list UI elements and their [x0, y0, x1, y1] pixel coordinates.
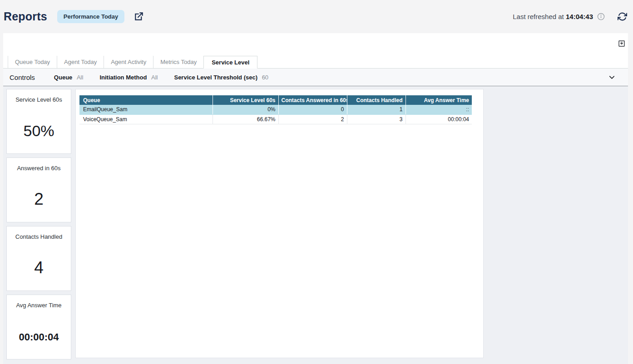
column-header-service-level-60s[interactable]: Service Level 60s	[213, 95, 278, 105]
tab-queue-today[interactable]: Queue Today	[8, 56, 57, 68]
cell-contacts-answered-60s: 2	[278, 114, 347, 124]
dashboard-content: Service Level 60s 50% Answered in 60s 2 …	[3, 86, 628, 364]
cell-avg-answer-time: 00:00:04	[406, 114, 472, 124]
last-refreshed-text: Last refreshed at 14:04:43	[513, 13, 593, 20]
kpi-answered-in-60s: Answered in 60s 2	[6, 157, 71, 222]
cell-contacts-handled: 3	[347, 114, 406, 124]
column-header-queue[interactable]: Queue	[79, 95, 213, 105]
filter-initiation-method[interactable]: Initiation Method All	[99, 74, 158, 81]
column-header-contacts-handled[interactable]: Contacts Handled	[347, 95, 406, 105]
performance-today-badge[interactable]: Performance Today	[57, 10, 124, 23]
kpi-avg-answer-time: Avg Answer Time 00:00:04	[6, 295, 71, 359]
table-row[interactable]: EmailQueue_Sam 0% 0 1 ::	[79, 105, 472, 114]
controls-title: Controls	[10, 74, 35, 81]
table-row[interactable]: VoiceQueue_Sam 66.67% 2 3 00:00:04	[79, 114, 472, 124]
header-right-group: Last refreshed at 14:04:43	[513, 12, 627, 21]
info-circle-icon	[597, 13, 605, 20]
cell-service-level-60s: 0%	[213, 105, 278, 114]
controls-bar: Controls Queue All Initiation Method All…	[3, 69, 628, 86]
filter-initiation-method-value: All	[151, 74, 158, 81]
app-header: Reports Performance Today Last refreshed…	[0, 0, 633, 33]
info-button[interactable]	[597, 13, 605, 20]
kpi-service-level: Service Level 60s 50%	[6, 89, 71, 154]
cell-contacts-answered-60s: 0	[278, 105, 347, 114]
tab-service-level[interactable]: Service Level	[203, 56, 257, 69]
kpi-label: Answered in 60s	[17, 165, 60, 172]
tab-agent-activity[interactable]: Agent Activity	[104, 56, 153, 68]
dashboard-panel: Queue Today Agent Today Agent Activity M…	[3, 33, 628, 364]
service-level-table-card: Queue Service Level 60s Contacts Answere…	[75, 89, 484, 358]
column-header-contacts-answered-60s[interactable]: Contacts Answered in 60s	[278, 95, 347, 105]
download-button[interactable]	[618, 39, 626, 48]
kpi-value: 2	[34, 190, 44, 209]
filter-queue[interactable]: Queue All	[54, 74, 84, 81]
download-into-tray-icon	[618, 39, 626, 48]
filter-service-level-threshold[interactable]: Service Level Threshold (sec) 60	[174, 74, 268, 81]
cell-queue: VoiceQueue_Sam	[79, 114, 213, 124]
tab-agent-today[interactable]: Agent Today	[57, 56, 104, 68]
refresh-icon	[618, 12, 627, 21]
kpi-label: Service Level 60s	[15, 96, 62, 103]
filter-service-level-threshold-value: 60	[262, 74, 268, 81]
kpi-value: 50%	[23, 122, 54, 140]
chevron-down-icon	[608, 73, 616, 82]
controls-collapse-button[interactable]	[608, 73, 616, 82]
open-in-new-button[interactable]	[134, 11, 144, 22]
column-header-avg-answer-time[interactable]: Avg Answer Time	[406, 95, 472, 105]
table-header-row: Queue Service Level 60s Contacts Answere…	[79, 95, 472, 105]
refresh-button[interactable]	[618, 12, 627, 21]
filter-service-level-threshold-label: Service Level Threshold (sec)	[174, 74, 257, 81]
page-title: Reports	[4, 10, 47, 23]
panel-toolbar	[3, 33, 628, 56]
service-level-table: Queue Service Level 60s Contacts Answere…	[79, 95, 472, 124]
filter-queue-label: Queue	[54, 74, 72, 81]
last-refreshed-prefix: Last refreshed at	[513, 13, 566, 20]
cell-queue: EmailQueue_Sam	[79, 105, 213, 114]
cell-avg-answer-time: ::	[406, 105, 472, 114]
filter-queue-value: All	[77, 74, 83, 81]
open-in-new-icon	[134, 11, 144, 22]
kpi-label: Avg Answer Time	[16, 302, 61, 309]
tab-metrics-today[interactable]: Metrics Today	[153, 56, 203, 68]
kpi-value: 00:00:04	[19, 331, 59, 343]
last-refreshed-time: 14:04:43	[566, 13, 593, 20]
kpi-column: Service Level 60s 50% Answered in 60s 2 …	[6, 89, 71, 359]
kpi-value: 4	[34, 258, 44, 277]
cell-contacts-handled: 1	[347, 105, 406, 114]
kpi-label: Contacts Handled	[15, 233, 62, 240]
cell-service-level-60s: 66.67%	[213, 114, 278, 124]
filter-initiation-method-label: Initiation Method	[99, 74, 147, 81]
kpi-contacts-handled: Contacts Handled 4	[6, 226, 71, 291]
report-tabs: Queue Today Agent Today Agent Activity M…	[3, 56, 628, 69]
